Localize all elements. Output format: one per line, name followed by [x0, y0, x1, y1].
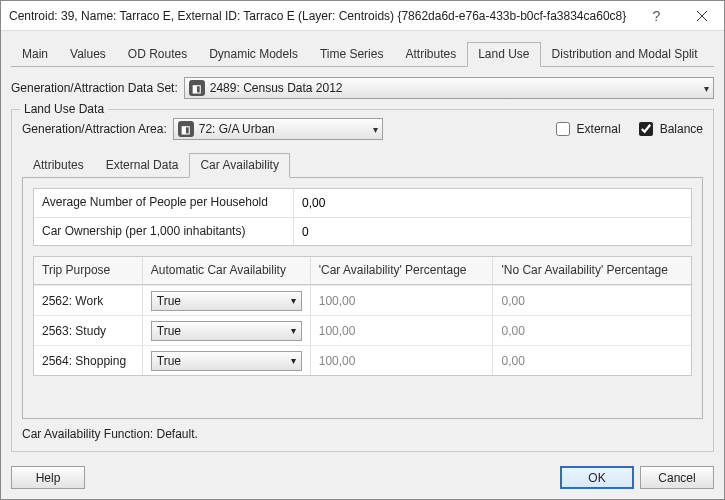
balance-checkbox[interactable] [639, 122, 653, 136]
avg-household-label: Average Number of People per Household [34, 189, 294, 217]
help-label: Help [36, 471, 61, 485]
trip-purpose-table: Trip Purpose Automatic Car Availability … [33, 256, 692, 376]
car-avail-note: Car Availability Function: Default. [22, 427, 703, 441]
dataset-combo[interactable]: ◧ 2489: Census Data 2012 ▾ [184, 77, 714, 99]
dataset-value: 2489: Census Data 2012 [210, 81, 704, 95]
cancel-button[interactable]: Cancel [640, 466, 714, 489]
table-row: 2564: ShoppingTrue▾100,000,00 [34, 345, 691, 375]
fieldset-legend: Land Use Data [20, 102, 108, 116]
ok-label: OK [588, 471, 605, 485]
car-ownership-label: Car Ownership (per 1,000 inhabitants) [34, 218, 294, 245]
cell-auto-combo: True▾ [143, 345, 311, 375]
inner-tab-external-data[interactable]: External Data [95, 153, 190, 178]
table-row: 2562: WorkTrue▾100,000,00 [34, 285, 691, 315]
avg-household-input[interactable] [300, 193, 378, 213]
help-icon: ? [653, 8, 661, 24]
land-use-fieldset: Land Use Data Generation/Attraction Area… [11, 109, 714, 452]
balance-checkbox-wrap[interactable]: Balance [635, 119, 703, 139]
auto-car-value: True [157, 294, 181, 308]
checkbox-group: External Balance [552, 119, 703, 139]
cancel-label: Cancel [658, 471, 695, 485]
cell-car-avail: 100,00 [311, 315, 494, 345]
chevron-down-icon: ▾ [291, 325, 296, 336]
balance-label: Balance [660, 122, 703, 136]
cell-trip-purpose: 2564: Shopping [34, 345, 143, 375]
cell-trip-purpose: 2562: Work [34, 285, 143, 315]
titlebar: Centroid: 39, Name: Tarraco E, External … [1, 1, 724, 31]
table-row: Car Ownership (per 1,000 inhabitants) [34, 217, 691, 245]
window-title: Centroid: 39, Name: Tarraco E, External … [9, 9, 634, 23]
th-auto-car: Automatic Car Availability [143, 257, 311, 285]
tab-attributes[interactable]: Attributes [394, 42, 467, 67]
cell-no-car-avail: 0,00 [493, 285, 691, 315]
tab-main[interactable]: Main [11, 42, 59, 67]
auto-car-combo[interactable]: True▾ [151, 291, 302, 311]
inner-tab-car-availability[interactable]: Car Availability [189, 153, 289, 178]
cell-auto-combo: True▾ [143, 285, 311, 315]
external-checkbox[interactable] [556, 122, 570, 136]
cell-trip-purpose: 2563: Study [34, 315, 143, 345]
car-ownership-input[interactable] [300, 222, 378, 241]
auto-car-value: True [157, 324, 181, 338]
table-row: 2563: StudyTrue▾100,000,00 [34, 315, 691, 345]
th-car-avail: 'Car Availability' Percentage [311, 257, 494, 285]
chevron-down-icon: ▾ [291, 295, 296, 306]
chevron-down-icon: ▾ [291, 355, 296, 366]
dataset-row: Generation/Attraction Data Set: ◧ 2489: … [11, 77, 714, 99]
dialog-body: MainValuesOD RoutesDynamic ModelsTime Se… [1, 31, 724, 458]
tab-dynamic-models[interactable]: Dynamic Models [198, 42, 309, 67]
help-footer-button[interactable]: Help [11, 466, 85, 489]
dialog-window: Centroid: 39, Name: Tarraco E, External … [0, 0, 725, 500]
tab-land-use[interactable]: Land Use [467, 42, 540, 67]
ga-area-combo[interactable]: ◧ 72: G/A Urban ▾ [173, 118, 383, 140]
tab-values[interactable]: Values [59, 42, 117, 67]
th-trip-purpose: Trip Purpose [34, 257, 143, 285]
inner-tab-attributes[interactable]: Attributes [22, 153, 95, 178]
chevron-down-icon: ▾ [373, 124, 378, 135]
cell-car-avail: 100,00 [311, 345, 494, 375]
cell-no-car-avail: 0,00 [493, 345, 691, 375]
inner-tab-content: Average Number of People per Household C… [22, 178, 703, 419]
help-button[interactable]: ? [634, 1, 679, 31]
close-icon [697, 11, 707, 21]
tab-od-routes[interactable]: OD Routes [117, 42, 198, 67]
tab-distribution-and-modal-split[interactable]: Distribution and Modal Split [541, 42, 709, 67]
dataset-icon: ◧ [189, 80, 205, 96]
auto-car-combo[interactable]: True▾ [151, 321, 302, 341]
auto-car-combo[interactable]: True▾ [151, 351, 302, 371]
ga-area-label: Generation/Attraction Area: [22, 122, 167, 136]
chevron-down-icon: ▾ [704, 83, 709, 94]
external-checkbox-wrap[interactable]: External [552, 119, 621, 139]
inner-tabs: AttributesExternal DataCar Availability [22, 152, 703, 178]
external-label: External [577, 122, 621, 136]
auto-car-value: True [157, 354, 181, 368]
inputs-table: Average Number of People per Household C… [33, 188, 692, 246]
dataset-label: Generation/Attraction Data Set: [11, 81, 178, 95]
tab-time-series[interactable]: Time Series [309, 42, 395, 67]
table-row: Average Number of People per Household [34, 189, 691, 217]
close-button[interactable] [679, 1, 724, 31]
cell-car-avail: 100,00 [311, 285, 494, 315]
table-header-row: Trip Purpose Automatic Car Availability … [34, 257, 691, 285]
dialog-footer: Help OK Cancel [1, 458, 724, 499]
cell-no-car-avail: 0,00 [493, 315, 691, 345]
ga-area-icon: ◧ [178, 121, 194, 137]
th-no-car-avail: 'No Car Availability' Percentage [493, 257, 691, 285]
ga-area-row: Generation/Attraction Area: ◧ 72: G/A Ur… [22, 118, 703, 140]
ok-button[interactable]: OK [560, 466, 634, 489]
cell-auto-combo: True▾ [143, 315, 311, 345]
main-tabs: MainValuesOD RoutesDynamic ModelsTime Se… [11, 41, 714, 67]
ga-area-value: 72: G/A Urban [199, 122, 373, 136]
